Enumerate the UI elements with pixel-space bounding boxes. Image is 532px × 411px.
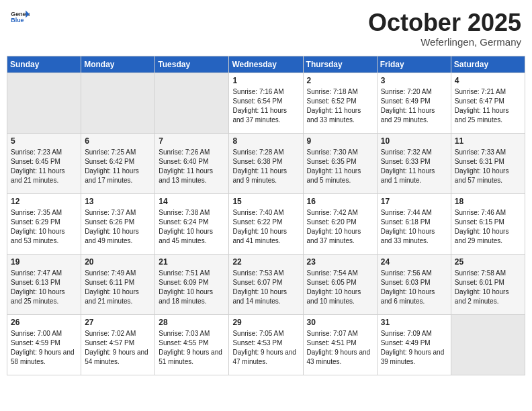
day-info: Sunrise: 7:26 AMSunset: 6:40 PMDaylight:…	[159, 148, 225, 185]
day-info: Sunrise: 7:32 AMSunset: 6:33 PMDaylight:…	[381, 148, 447, 185]
header-saturday: Saturday	[451, 56, 525, 73]
day-number: 12	[11, 197, 77, 206]
day-info: Sunrise: 7:44 AMSunset: 6:18 PMDaylight:…	[381, 208, 447, 246]
calendar-week-row: 26 Sunrise: 7:00 AMSunset: 4:59 PMDaylig…	[7, 314, 525, 375]
logo: General Blue	[11, 9, 30, 24]
header-wednesday: Wednesday	[229, 56, 303, 73]
logo-icon: General Blue	[11, 9, 30, 24]
day-number: 31	[381, 318, 447, 327]
calendar-cell: 24 Sunrise: 7:56 AMSunset: 6:03 PMDaylig…	[377, 254, 451, 314]
calendar-cell: 27 Sunrise: 7:02 AMSunset: 4:57 PMDaylig…	[81, 314, 155, 375]
location: Weferlingen, Germany	[368, 36, 521, 48]
day-number: 25	[455, 257, 521, 267]
day-info: Sunrise: 7:49 AMSunset: 6:11 PMDaylight:…	[85, 269, 151, 306]
day-info: Sunrise: 7:18 AMSunset: 6:52 PMDaylight:…	[307, 87, 373, 125]
calendar-cell: 16 Sunrise: 7:42 AMSunset: 6:20 PMDaylig…	[303, 193, 377, 254]
calendar-cell: 20 Sunrise: 7:49 AMSunset: 6:11 PMDaylig…	[81, 254, 155, 314]
day-number: 27	[85, 318, 151, 327]
day-number: 17	[381, 197, 447, 206]
header-friday: Friday	[377, 56, 451, 73]
page-header: General Blue October 2025 Weferlingen, G…	[7, 7, 525, 50]
calendar-cell: 18 Sunrise: 7:46 AMSunset: 6:15 PMDaylig…	[451, 193, 525, 254]
day-info: Sunrise: 7:09 AMSunset: 4:49 PMDaylight:…	[381, 329, 447, 367]
day-info: Sunrise: 7:58 AMSunset: 6:01 PMDaylight:…	[455, 269, 521, 306]
day-number: 2	[307, 76, 373, 85]
svg-text:Blue: Blue	[11, 17, 24, 24]
day-info: Sunrise: 7:38 AMSunset: 6:24 PMDaylight:…	[159, 208, 225, 246]
calendar-cell	[7, 73, 81, 133]
page-container: General Blue October 2025 Weferlingen, G…	[7, 7, 525, 375]
day-info: Sunrise: 7:30 AMSunset: 6:35 PMDaylight:…	[307, 148, 373, 185]
day-info: Sunrise: 7:51 AMSunset: 6:09 PMDaylight:…	[159, 269, 225, 306]
day-info: Sunrise: 7:46 AMSunset: 6:15 PMDaylight:…	[455, 208, 521, 246]
day-info: Sunrise: 7:47 AMSunset: 6:13 PMDaylight:…	[11, 269, 77, 306]
day-info: Sunrise: 7:40 AMSunset: 6:22 PMDaylight:…	[232, 208, 299, 246]
calendar-cell: 28 Sunrise: 7:03 AMSunset: 4:55 PMDaylig…	[155, 314, 229, 375]
calendar-cell: 29 Sunrise: 7:05 AMSunset: 4:53 PMDaylig…	[229, 314, 303, 375]
month-title: October 2025	[368, 9, 521, 36]
calendar-cell	[155, 73, 229, 133]
calendar-cell: 25 Sunrise: 7:58 AMSunset: 6:01 PMDaylig…	[451, 254, 525, 314]
day-number: 7	[159, 136, 225, 146]
day-info: Sunrise: 7:42 AMSunset: 6:20 PMDaylight:…	[307, 208, 373, 246]
calendar-cell: 30 Sunrise: 7:07 AMSunset: 4:51 PMDaylig…	[303, 314, 377, 375]
day-number: 28	[159, 318, 225, 327]
calendar-cell: 22 Sunrise: 7:53 AMSunset: 6:07 PMDaylig…	[229, 254, 303, 314]
day-number: 20	[85, 257, 151, 267]
calendar-week-row: 12 Sunrise: 7:35 AMSunset: 6:29 PMDaylig…	[7, 193, 525, 254]
day-info: Sunrise: 7:37 AMSunset: 6:26 PMDaylight:…	[85, 208, 151, 246]
day-info: Sunrise: 7:23 AMSunset: 6:45 PMDaylight:…	[11, 148, 77, 185]
day-number: 13	[85, 197, 151, 206]
calendar-cell: 21 Sunrise: 7:51 AMSunset: 6:09 PMDaylig…	[155, 254, 229, 314]
day-info: Sunrise: 7:05 AMSunset: 4:53 PMDaylight:…	[232, 329, 299, 367]
calendar-cell	[451, 314, 525, 375]
day-number: 15	[232, 197, 299, 206]
day-number: 29	[232, 318, 299, 327]
calendar-cell	[81, 73, 155, 133]
day-number: 8	[232, 136, 299, 146]
day-number: 21	[159, 257, 225, 267]
day-number: 11	[455, 136, 521, 146]
calendar-cell: 23 Sunrise: 7:54 AMSunset: 6:05 PMDaylig…	[303, 254, 377, 314]
day-number: 23	[307, 257, 373, 267]
calendar-week-row: 19 Sunrise: 7:47 AMSunset: 6:13 PMDaylig…	[7, 254, 525, 314]
day-number: 18	[455, 197, 521, 206]
day-info: Sunrise: 7:35 AMSunset: 6:29 PMDaylight:…	[11, 208, 77, 246]
day-number: 16	[307, 197, 373, 206]
day-info: Sunrise: 7:20 AMSunset: 6:49 PMDaylight:…	[381, 87, 447, 125]
calendar-week-row: 5 Sunrise: 7:23 AMSunset: 6:45 PMDayligh…	[7, 133, 525, 193]
calendar-cell: 11 Sunrise: 7:33 AMSunset: 6:31 PMDaylig…	[451, 133, 525, 193]
day-info: Sunrise: 7:21 AMSunset: 6:47 PMDaylight:…	[455, 87, 521, 125]
calendar-week-row: 1 Sunrise: 7:16 AMSunset: 6:54 PMDayligh…	[7, 73, 525, 133]
calendar-cell: 8 Sunrise: 7:28 AMSunset: 6:38 PMDayligh…	[229, 133, 303, 193]
calendar-cell: 6 Sunrise: 7:25 AMSunset: 6:42 PMDayligh…	[81, 133, 155, 193]
calendar-cell: 26 Sunrise: 7:00 AMSunset: 4:59 PMDaylig…	[7, 314, 81, 375]
calendar-cell: 15 Sunrise: 7:40 AMSunset: 6:22 PMDaylig…	[229, 193, 303, 254]
calendar-cell: 7 Sunrise: 7:26 AMSunset: 6:40 PMDayligh…	[155, 133, 229, 193]
day-number: 19	[11, 257, 77, 267]
calendar-cell: 13 Sunrise: 7:37 AMSunset: 6:26 PMDaylig…	[81, 193, 155, 254]
day-number: 10	[381, 136, 447, 146]
calendar-cell: 1 Sunrise: 7:16 AMSunset: 6:54 PMDayligh…	[229, 73, 303, 133]
calendar-cell: 19 Sunrise: 7:47 AMSunset: 6:13 PMDaylig…	[7, 254, 81, 314]
calendar-cell: 2 Sunrise: 7:18 AMSunset: 6:52 PMDayligh…	[303, 73, 377, 133]
day-number: 3	[381, 76, 447, 85]
day-info: Sunrise: 7:25 AMSunset: 6:42 PMDaylight:…	[85, 148, 151, 185]
day-info: Sunrise: 7:07 AMSunset: 4:51 PMDaylight:…	[307, 329, 373, 367]
day-number: 6	[85, 136, 151, 146]
calendar-cell: 12 Sunrise: 7:35 AMSunset: 6:29 PMDaylig…	[7, 193, 81, 254]
calendar-cell: 17 Sunrise: 7:44 AMSunset: 6:18 PMDaylig…	[377, 193, 451, 254]
day-info: Sunrise: 7:02 AMSunset: 4:57 PMDaylight:…	[85, 329, 151, 367]
day-number: 9	[307, 136, 373, 146]
calendar-cell: 4 Sunrise: 7:21 AMSunset: 6:47 PMDayligh…	[451, 73, 525, 133]
weekday-header-row: Sunday Monday Tuesday Wednesday Thursday…	[7, 56, 525, 73]
calendar-cell: 3 Sunrise: 7:20 AMSunset: 6:49 PMDayligh…	[377, 73, 451, 133]
day-number: 24	[381, 257, 447, 267]
day-info: Sunrise: 7:53 AMSunset: 6:07 PMDaylight:…	[232, 269, 299, 306]
day-info: Sunrise: 7:16 AMSunset: 6:54 PMDaylight:…	[232, 87, 299, 125]
day-number: 26	[11, 318, 77, 327]
calendar-cell: 14 Sunrise: 7:38 AMSunset: 6:24 PMDaylig…	[155, 193, 229, 254]
day-info: Sunrise: 7:03 AMSunset: 4:55 PMDaylight:…	[159, 329, 225, 367]
day-info: Sunrise: 7:28 AMSunset: 6:38 PMDaylight:…	[232, 148, 299, 185]
day-number: 22	[232, 257, 299, 267]
